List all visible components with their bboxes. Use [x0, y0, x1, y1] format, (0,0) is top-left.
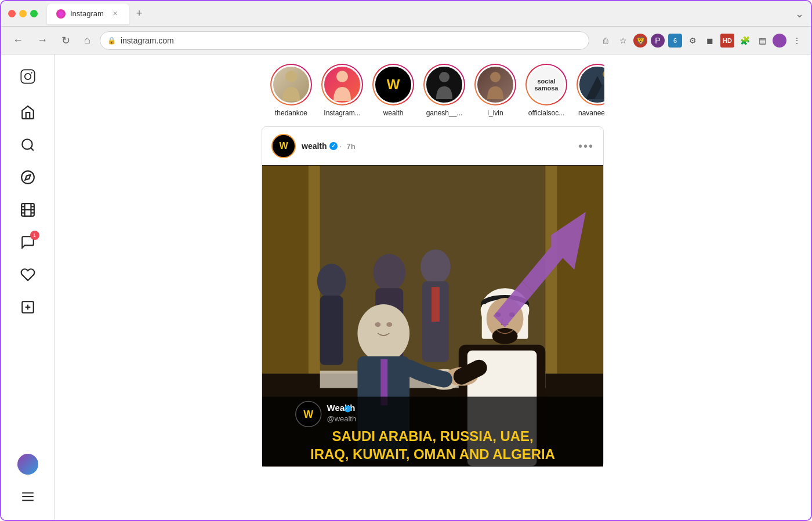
svg-point-38: [373, 254, 405, 291]
story-item-navaneeth[interactable]: navaneeth...: [577, 64, 604, 117]
back-button[interactable]: ←: [8, 32, 28, 49]
story-avatar-wealth: W: [374, 65, 413, 104]
minimize-button[interactable]: [19, 10, 27, 17]
post-username: wealth ✓ · 7h: [302, 141, 572, 151]
sidebar-item-notifications[interactable]: 1: [14, 228, 42, 256]
extensions-icon[interactable]: 🧩: [738, 34, 752, 48]
svg-point-24: [490, 72, 501, 82]
story-name-officialsoc: officialsoc...: [528, 109, 564, 117]
svg-text:SAUDI ARABIA, RUSSIA, UAE,: SAUDI ARABIA, RUSSIA, UAE,: [332, 428, 533, 444]
sidebar-item-create[interactable]: [14, 293, 42, 321]
story-item-ganesh[interactable]: ganesh__...: [423, 64, 465, 117]
bookmark-icon[interactable]: ☆: [616, 34, 630, 48]
story-ring-i-ivin: [474, 64, 516, 105]
svg-point-22: [336, 71, 348, 82]
browser-window: Instagram ✕ + ⌄ ← → ↻ ⌂ 🔒 instagram.com …: [0, 0, 812, 521]
home-button[interactable]: ⌂: [79, 32, 95, 49]
close-button[interactable]: [8, 10, 16, 17]
verified-badge: ✓: [329, 142, 338, 150]
sidebar-item-reels[interactable]: [14, 196, 42, 224]
svg-point-2: [31, 72, 32, 73]
story-avatar-ganesh: [425, 65, 464, 104]
story-ring-ganesh: [423, 64, 465, 105]
reload-button[interactable]: ↻: [57, 32, 75, 49]
story-ring-thedankoe: [270, 64, 312, 105]
brave-icon[interactable]: 🦁: [633, 34, 647, 48]
sidebar-icon[interactable]: ▤: [755, 34, 769, 48]
sidebar-item-likes[interactable]: [14, 261, 42, 289]
pocket-icon[interactable]: P: [651, 34, 665, 48]
forward-button[interactable]: →: [32, 32, 52, 49]
story-item-wealth[interactable]: W wealth: [372, 64, 414, 117]
story-name-thedankoe: thedankoe: [275, 109, 307, 117]
story-ring-navaneeth: [577, 64, 604, 105]
svg-point-48: [386, 322, 392, 327]
svg-text:IRAQ, KUWAIT, OMAN AND ALGERIA: IRAQ, KUWAIT, OMAN AND ALGERIA: [310, 446, 555, 462]
story-avatar-navaneeth: [578, 65, 604, 104]
story-item-instagram[interactable]: Instagram...: [321, 64, 363, 117]
svg-text:✓: ✓: [344, 406, 349, 412]
story-avatar-officialsoc: socialsamosa: [527, 65, 566, 104]
sidebar-item-profile[interactable]: [14, 450, 42, 478]
sidebar-item-search[interactable]: [14, 131, 42, 159]
svg-point-3: [22, 139, 32, 149]
post-info: wealth ✓ · 7h: [302, 141, 572, 151]
url-text: instagram.com: [121, 36, 174, 45]
active-tab[interactable]: Instagram ✕: [47, 3, 129, 24]
story-name-ganesh: ganesh__...: [426, 109, 463, 117]
post-image-inner: W Wealth ✓ @wealth SAUDI ARABIA, RUSSIA,…: [262, 165, 603, 467]
sidebar-item-explore[interactable]: [14, 163, 42, 191]
sidebar-item-menu[interactable]: [14, 483, 42, 511]
menu-icon[interactable]: ⋮: [790, 34, 804, 48]
new-tab-button[interactable]: +: [132, 5, 147, 22]
svg-point-5: [21, 171, 34, 184]
lock-icon: 🔒: [107, 37, 116, 45]
svg-point-23: [439, 72, 449, 82]
post-separator: ·: [340, 141, 342, 151]
tab-close-button[interactable]: ✕: [111, 9, 120, 19]
sidebar-item-home[interactable]: [14, 99, 42, 126]
translate-icon[interactable]: ⚙: [686, 34, 699, 48]
svg-rect-37: [320, 296, 343, 365]
post-avatar[interactable]: W: [271, 134, 296, 158]
post-more-button[interactable]: •••: [578, 140, 594, 153]
svg-point-46: [367, 308, 400, 345]
svg-text:@wealth: @wealth: [327, 414, 357, 423]
tab-title: Instagram: [70, 9, 104, 18]
notification-badge: 1: [30, 231, 39, 240]
svg-rect-0: [21, 70, 34, 83]
tab-bar: Instagram ✕ +: [47, 3, 791, 24]
svg-point-47: [375, 322, 380, 327]
url-bar[interactable]: 🔒 instagram.com: [100, 31, 589, 50]
post-username-text[interactable]: wealth: [302, 141, 327, 151]
story-name-i-ivin: i_ivin: [487, 109, 503, 117]
tab-manager-icon[interactable]: 6: [668, 34, 682, 48]
story-avatar-thedankoe: [271, 65, 311, 104]
post-header: W wealth ✓ · 7h •••: [262, 127, 603, 165]
post-time: 7h: [346, 142, 355, 151]
story-name-instagram: Instagram...: [324, 109, 360, 117]
share-icon[interactable]: ⎙: [599, 34, 612, 48]
address-bar: ← → ↻ ⌂ 🔒 instagram.com ⎙ ☆ 🦁 P 6 ⚙ ◼ HD…: [1, 27, 811, 54]
profile-icon[interactable]: [773, 34, 786, 48]
traffic-lights: [8, 10, 38, 17]
maximize-button[interactable]: [30, 10, 38, 17]
svg-point-40: [420, 249, 451, 284]
recorder-icon[interactable]: ◼: [703, 34, 717, 48]
svg-line-4: [31, 148, 34, 151]
story-ring-officialsoc: socialsamosa: [525, 64, 567, 105]
svg-point-36: [317, 264, 346, 298]
story-item-officialsoc[interactable]: socialsamosa officialsoc...: [525, 64, 567, 117]
main-content: 1: [1, 54, 811, 520]
story-avatar-instagram: [322, 65, 362, 104]
svg-rect-42: [432, 287, 440, 322]
hd-icon[interactable]: HD: [720, 34, 734, 48]
stories-row: thedankoe Instagram...: [261, 64, 604, 126]
feed-area: thedankoe Instagram...: [55, 54, 811, 520]
story-item-thedankoe[interactable]: thedankoe: [270, 64, 312, 117]
instagram-logo[interactable]: [15, 64, 41, 89]
tab-favicon-icon: [56, 9, 66, 19]
story-item-i-ivin[interactable]: i_ivin: [474, 64, 516, 117]
title-bar: Instagram ✕ + ⌄: [1, 1, 811, 27]
story-ring-wealth: W: [372, 64, 414, 105]
